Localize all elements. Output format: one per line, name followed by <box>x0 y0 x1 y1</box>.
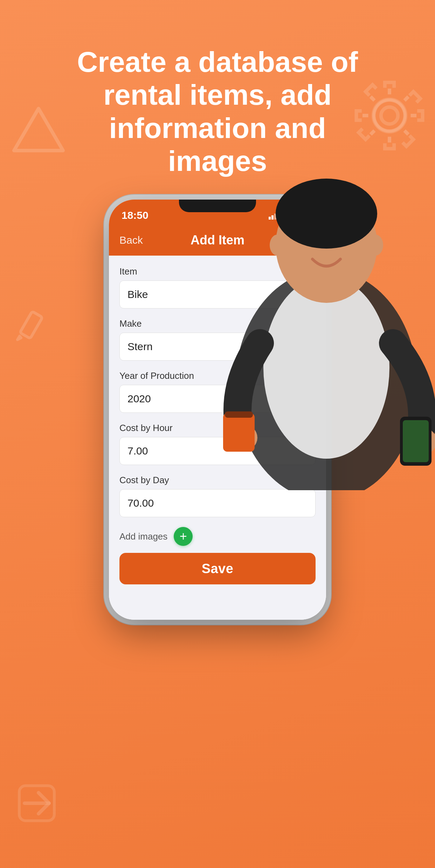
year-label: Year of Production <box>119 370 316 381</box>
cost-hour-input[interactable]: 7.00 <box>119 437 316 465</box>
pencil-icon <box>11 308 49 347</box>
status-time: 18:50 <box>122 209 149 221</box>
svg-rect-7 <box>274 214 276 220</box>
form-field-item: Item Bike <box>119 266 316 308</box>
add-images-label: Add images <box>119 531 167 542</box>
form-field-make: Make Stern <box>119 318 316 361</box>
nav-bar: Back Add Item <box>109 225 326 256</box>
headline-line3: information and <box>109 112 326 144</box>
form-field-cost-hour: Cost by Hour 7.00 <box>119 423 316 465</box>
svg-rect-8 <box>277 212 279 220</box>
form-field-cost-day: Cost by Day 70.00 <box>119 475 316 517</box>
year-input[interactable]: 2020 <box>119 385 316 413</box>
headline-line4: images <box>168 145 267 177</box>
battery-icon: 4G <box>297 210 313 221</box>
svg-rect-5 <box>269 217 271 220</box>
headline-line1: Create a database of <box>77 46 358 78</box>
cost-day-input[interactable]: 70.00 <box>119 489 316 517</box>
arrow-icon <box>14 780 60 826</box>
headline-line2: rental items, add <box>103 79 332 111</box>
phone-mockup: 18:50 4G Back <box>109 200 326 620</box>
signal-icon <box>269 212 279 220</box>
form-field-year: Year of Production 2020 <box>119 370 316 413</box>
phone-notch <box>179 200 256 212</box>
phone-shell: 18:50 4G Back <box>109 200 326 620</box>
wifi-icon <box>283 212 293 220</box>
cost-hour-label: Cost by Hour <box>119 423 316 433</box>
cost-day-label: Cost by Day <box>119 475 316 486</box>
status-icons: 4G <box>269 210 313 221</box>
headline: Create a database of rental items, add i… <box>0 46 435 178</box>
save-button[interactable]: Save <box>119 553 316 584</box>
svg-rect-6 <box>271 215 274 220</box>
back-button[interactable]: Back <box>119 234 143 246</box>
item-input[interactable]: Bike <box>119 280 316 308</box>
add-images-button[interactable]: + <box>174 527 193 546</box>
make-label: Make <box>119 318 316 329</box>
add-images-row: Add images + <box>119 527 316 546</box>
nav-title: Add Item <box>191 233 244 248</box>
svg-rect-3 <box>20 311 42 339</box>
make-input[interactable]: Stern <box>119 333 316 361</box>
form-content: Item Bike Make Stern Year of Production <box>109 256 326 620</box>
item-label: Item <box>119 266 316 277</box>
